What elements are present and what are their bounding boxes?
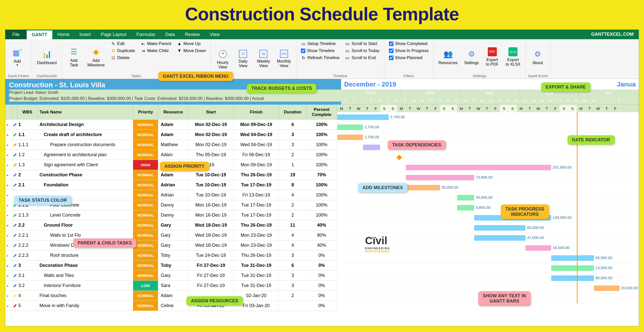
percent-cell[interactable]: 0%	[307, 301, 337, 311]
refresh-timeline-button[interactable]: ↻Refresh Timeline	[299, 55, 342, 61]
task-row[interactable]: ▸ 3.1 Walls and Tiles NORMAL Gary Fri 27…	[5, 271, 337, 281]
finish-cell[interactable]: Tue 31-Dec-19	[234, 281, 279, 290]
start-cell[interactable]: Thu 05-Dec-19	[188, 150, 234, 160]
scroll-start-button[interactable]: ▭Scroll to Start	[343, 40, 381, 47]
task-row[interactable]: ▸ 2.1 Foundation NORMAL Adrian Tue 10-De…	[5, 180, 337, 190]
resource-cell[interactable]: Celine	[158, 301, 188, 311]
priority-cell[interactable]: NORMAL	[133, 261, 158, 270]
expand-toggle[interactable]: ▸	[5, 200, 13, 210]
priority-cell[interactable]: NORMAL	[133, 120, 158, 130]
priority-cell[interactable]: NORMAL	[133, 190, 158, 200]
percent-cell[interactable]: 100%	[307, 140, 337, 150]
col-wbs[interactable]: WBS	[17, 105, 37, 120]
finish-cell[interactable]: Tue 31-Dec-19	[234, 261, 279, 270]
gantt-bar[interactable]	[526, 245, 551, 251]
priority-cell[interactable]: NORMAL	[133, 200, 158, 210]
duration-cell[interactable]: 2	[279, 200, 307, 210]
resource-cell[interactable]: Sara	[158, 281, 188, 290]
priority-cell[interactable]: NORMAL	[133, 210, 158, 220]
task-row[interactable]: ▸ 2.2.2 Windows/ Door NORMAL Gary Wed 18…	[5, 240, 337, 251]
priority-cell[interactable]: NORMAL	[133, 150, 158, 160]
finish-cell[interactable]: Mon 09-Dec-19	[234, 120, 279, 130]
wbs-cell[interactable]: 2.2	[17, 220, 37, 230]
make-parent-button[interactable]: ⇤Make Parent	[139, 40, 173, 47]
task-row[interactable]: ▸ 2 Construction Phase NORMAL Adam Tue 1…	[5, 170, 337, 180]
tab-data[interactable]: Data	[160, 30, 180, 39]
task-row[interactable]: ▸ 1 Architectural Design NORMAL Adam Mon…	[5, 120, 337, 130]
show-timeline-check[interactable]: Show Timeline	[299, 48, 342, 54]
col-resource[interactable]: Resource	[158, 105, 188, 120]
resource-cell[interactable]: Gary	[158, 271, 188, 280]
add-chart-button[interactable]: ▦+ Add ▼	[8, 40, 27, 73]
expand-toggle[interactable]: ▸	[5, 130, 13, 140]
percent-cell[interactable]: 70%	[307, 170, 337, 180]
priority-cell[interactable]: NORMAL	[133, 220, 158, 230]
wbs-cell[interactable]: 2.2.3	[17, 251, 37, 260]
finish-cell[interactable]: Mon 23-Dec-19	[234, 230, 279, 240]
duration-cell[interactable]: 3	[279, 130, 307, 140]
col-priority[interactable]: Priority	[133, 105, 158, 120]
start-cell[interactable]: Wed 18-Dec-19	[188, 240, 234, 250]
resource-cell[interactable]: Danny	[158, 210, 188, 220]
edit-button[interactable]: ✎Edit	[109, 40, 137, 47]
start-cell[interactable]: Fri 27-Dec-19	[188, 261, 234, 270]
expand-toggle[interactable]: ▸	[5, 120, 13, 130]
resource-cell[interactable]: Danny	[158, 200, 188, 210]
task-name-cell[interactable]: Level Concrete	[37, 210, 133, 220]
resource-cell[interactable]: Adam	[158, 120, 188, 130]
expand-toggle[interactable]: ▸	[5, 170, 13, 180]
wbs-cell[interactable]: 2.1.3	[17, 210, 37, 220]
gantt-bar[interactable]	[337, 124, 363, 130]
expand-toggle[interactable]: ▸	[5, 281, 13, 290]
task-name-cell[interactable]: Sign agreement with Client	[37, 160, 133, 170]
duration-cell[interactable]: 3	[279, 271, 307, 280]
task-name-cell[interactable]: Roof structure	[37, 251, 133, 260]
col-name[interactable]: Task Name	[37, 105, 133, 120]
gantt-bar[interactable]	[551, 255, 594, 261]
setup-timeline-button[interactable]: ▭Setup Timeline	[299, 40, 342, 47]
gantt-bar[interactable]	[457, 205, 474, 211]
wbs-cell[interactable]: 2.2.1	[17, 230, 37, 240]
wbs-cell[interactable]: 2.2.2	[17, 240, 37, 250]
start-cell[interactable]: Tue 10-Dec-19	[188, 190, 234, 200]
duration-cell[interactable]: 6	[279, 261, 307, 270]
task-name-cell[interactable]: Foundation	[37, 180, 133, 190]
finish-cell[interactable]: Tue 17-Dec-19	[234, 180, 279, 190]
task-row[interactable]: ▸ 3.2 Interiors/ Furniture LOW Sara Fri …	[5, 281, 337, 291]
wbs-cell[interactable]: 2.1	[17, 180, 37, 190]
expand-toggle[interactable]: ▸	[5, 190, 13, 200]
resource-cell[interactable]: Adam	[158, 150, 188, 160]
finish-cell[interactable]: Mon 23-Dec-19	[234, 240, 279, 250]
task-row[interactable]: ▸ 3 Decoration Phase NORMAL Toby Fri 27-…	[5, 261, 337, 271]
duration-cell[interactable]: 11	[279, 220, 307, 230]
task-row[interactable]: ▸ 1.2 Agreement to architectural plan NO…	[5, 150, 337, 160]
expand-toggle[interactable]: ▸	[5, 150, 13, 160]
priority-cell[interactable]: NORMAL	[133, 271, 158, 280]
start-cell[interactable]: Mon 16-Dec-19	[188, 210, 234, 220]
finish-cell[interactable]: Thu 26-Dec-19	[234, 220, 279, 230]
priority-cell[interactable]: NORMAL	[133, 170, 158, 180]
resource-cell[interactable]: Matthew	[158, 140, 188, 150]
expand-toggle[interactable]: ▸	[5, 220, 13, 230]
col-duration[interactable]: Duration	[279, 105, 307, 120]
percent-cell[interactable]: 0%	[307, 291, 337, 301]
percent-cell[interactable]: 100%	[307, 160, 337, 170]
tab-file[interactable]: File	[5, 30, 27, 39]
resource-cell[interactable]: Adrian	[158, 190, 188, 200]
resource-cell[interactable]: Adam	[158, 130, 188, 140]
task-row[interactable]: ▸ 1.1 Create draft of architecture NORMA…	[5, 130, 337, 140]
task-row[interactable]: ▸ 4 Final touches NORMAL Adam 02-Jan-20 …	[5, 291, 337, 301]
show-completed-check[interactable]: Show Completed	[387, 40, 431, 47]
percent-cell[interactable]: 100%	[307, 200, 337, 210]
finish-cell[interactable]: Thu 26-Dec-19	[234, 251, 279, 260]
priority-cell[interactable]: NORMAL	[133, 130, 158, 140]
duration-cell[interactable]: 19	[279, 170, 307, 180]
tab-home[interactable]: Home	[52, 30, 74, 39]
percent-cell[interactable]: 100%	[307, 190, 337, 200]
percent-cell[interactable]: 80%	[307, 230, 337, 240]
dashboard-button[interactable]: 📊 Dashboard	[34, 40, 59, 73]
task-name-cell[interactable]: Walls and Tiles	[37, 271, 133, 280]
gantt-bar[interactable]	[457, 195, 474, 200]
gantt-bar[interactable]	[363, 145, 380, 150]
start-cell[interactable]: Mon 02-Dec-19	[188, 130, 234, 140]
